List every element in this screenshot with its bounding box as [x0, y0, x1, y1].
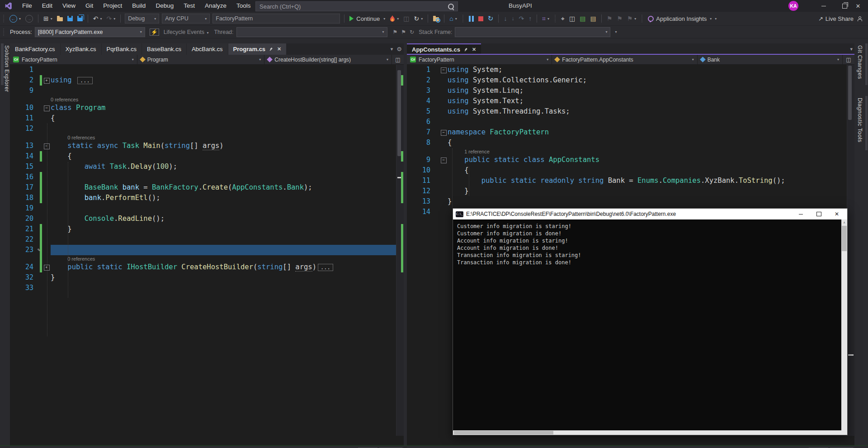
- break-all-button[interactable]: [467, 13, 476, 24]
- code-line[interactable]: 16: [10, 172, 404, 182]
- code-line[interactable]: 11{: [10, 113, 404, 124]
- code-line[interactable]: 32}: [10, 272, 404, 283]
- flag-icon[interactable]: ⚑: [393, 29, 398, 35]
- stop-debugging-button[interactable]: [476, 13, 486, 24]
- code-line[interactable]: 15 await Task.Delay(100);: [10, 162, 404, 172]
- left-code-editor[interactable]: 12+using ...90 references10−class Progra…: [10, 65, 404, 436]
- menu-debug[interactable]: Debug: [151, 0, 179, 12]
- code-text[interactable]: {: [448, 138, 854, 148]
- code-line[interactable]: 18 bank.PerformEtl();: [10, 193, 404, 203]
- code-text[interactable]: using System.Collections.Generic;: [448, 75, 854, 86]
- tab-program-cs-active[interactable]: Program.cs✕: [228, 43, 287, 55]
- code-line[interactable]: 4using System.Text;: [407, 96, 854, 106]
- platform-select[interactable]: Any CPU▾: [162, 14, 210, 24]
- step-out-button[interactable]: ↑: [526, 13, 534, 24]
- code-line[interactable]: 20 Console.ReadLine();: [10, 214, 404, 224]
- window-minimize-button[interactable]: [814, 0, 834, 12]
- restart-application-button[interactable]: ↻▾: [412, 13, 425, 24]
- breadcrumb-factorypattern[interactable]: C#FactoryPattern▾: [10, 55, 137, 64]
- previous-bookmark-button[interactable]: ⚑: [614, 13, 625, 24]
- code-text[interactable]: using System.Linq;: [448, 86, 854, 96]
- code-line[interactable]: 23✎: [10, 245, 404, 255]
- fold-margin[interactable]: −: [42, 103, 51, 113]
- toggle-bookmark-button[interactable]: ⚑: [604, 13, 615, 24]
- navigate-back-button[interactable]: ←▾: [7, 13, 23, 24]
- pin-icon[interactable]: [269, 47, 274, 52]
- code-line[interactable]: 13}: [407, 196, 854, 207]
- code-line[interactable]: 1−using System;: [407, 65, 854, 75]
- fold-margin[interactable]: +: [42, 75, 51, 86]
- code-text[interactable]: public static class AppConstants: [448, 155, 854, 165]
- codelens-text[interactable]: 0 references: [51, 255, 404, 262]
- right-editor-scrollbar[interactable]: [847, 65, 854, 436]
- code-line[interactable]: 19: [10, 203, 404, 214]
- scrollbar-thumb[interactable]: [454, 431, 553, 434]
- left-editor-scrollbar[interactable]: [396, 65, 404, 436]
- console-title-bar[interactable]: C:\_ E:\PRACTICE\DP\ConsoleRestEF\Factor…: [453, 209, 847, 219]
- code-text[interactable]: await Task.Delay(100);: [51, 162, 404, 172]
- open-file-button[interactable]: [55, 13, 65, 24]
- tab-list-dropdown-icon[interactable]: ▾: [391, 46, 393, 52]
- horizontal-scrollbar[interactable]: ◀ ▶: [518, 446, 674, 448]
- code-text[interactable]: using ...: [51, 75, 404, 86]
- code-text[interactable]: [51, 172, 404, 182]
- window-close-button[interactable]: ✕: [848, 0, 868, 12]
- code-line[interactable]: 22: [10, 234, 404, 245]
- close-icon[interactable]: ✕: [277, 46, 281, 52]
- code-line[interactable]: 12 }: [407, 186, 854, 196]
- issues-indicator[interactable]: ✓No issues found: [441, 446, 497, 448]
- breadcrumb-createhostbuilder-string-args-[interactable]: CreateHostBuilder(string[] args)▾: [264, 55, 392, 64]
- tab-bankfactory-cs[interactable]: BankFactory.cs: [10, 43, 60, 55]
- toolbar-grip[interactable]: [641, 15, 643, 22]
- tab-abcbank-cs[interactable]: AbcBank.cs: [187, 43, 228, 55]
- code-text[interactable]: bank.PerformEtl();: [51, 193, 404, 203]
- console-minimize-button[interactable]: [793, 209, 808, 219]
- toolbar-grip[interactable]: [462, 15, 464, 22]
- loop-icon[interactable]: ↻: [410, 29, 414, 35]
- code-text[interactable]: [51, 203, 404, 214]
- toolbar-grip[interactable]: [3, 29, 5, 36]
- code-line[interactable]: 21 }: [10, 224, 404, 234]
- code-text[interactable]: [51, 234, 404, 245]
- menu-edit[interactable]: Edit: [37, 0, 57, 12]
- sidebar-tab-git-changes[interactable]: Git Changes: [857, 45, 863, 79]
- thread-select[interactable]: ▾: [236, 27, 387, 37]
- code-analysis-button[interactable]: ⌗▾: [540, 13, 552, 24]
- fold-margin[interactable]: −: [439, 155, 448, 165]
- codelens-text[interactable]: 1 reference: [448, 148, 854, 155]
- restart-debugging-button[interactable]: ↻: [486, 13, 496, 24]
- breadcrumb-bank[interactable]: Bank▾: [698, 55, 843, 64]
- horizontal-scrollbar[interactable]: ◀ ▶: [121, 446, 277, 448]
- menu-build[interactable]: Build: [127, 0, 151, 12]
- code-line[interactable]: 8{: [407, 138, 854, 148]
- toolbar-grip[interactable]: [3, 15, 5, 22]
- close-icon[interactable]: ✕: [472, 47, 476, 52]
- code-line[interactable]: 6: [407, 117, 854, 127]
- right-dock-grip[interactable]: [865, 96, 868, 150]
- code-line[interactable]: 1: [10, 65, 404, 75]
- menu-file[interactable]: File: [17, 0, 37, 12]
- code-line[interactable]: 9: [10, 86, 404, 96]
- zoom-level-select[interactable]: 100 %▾: [10, 446, 38, 448]
- code-text[interactable]: using System.Text;: [448, 96, 854, 106]
- fold-margin[interactable]: +: [42, 262, 51, 272]
- gear-icon[interactable]: ⚙: [396, 46, 402, 52]
- split-editor-icon[interactable]: ◫: [392, 55, 404, 64]
- menu-git[interactable]: Git: [80, 0, 98, 12]
- step-over-button[interactable]: ↷: [516, 13, 526, 24]
- sidebar-tab-solution-explorer[interactable]: Solution Explorer: [4, 45, 10, 92]
- breadcrumb-factorypattern-appconstants[interactable]: FactoryPattern.AppConstants▾: [552, 55, 697, 64]
- scrollbar-thumb[interactable]: [842, 226, 847, 251]
- code-text[interactable]: namespace FactoryPattern: [448, 127, 854, 138]
- code-line[interactable]: 24+ public static IHostBuilder CreateHos…: [10, 262, 404, 272]
- code-line[interactable]: 11 public static readonly string Bank = …: [407, 176, 854, 186]
- code-text[interactable]: [51, 65, 404, 75]
- new-project-button[interactable]: ⊞▾: [41, 13, 55, 24]
- show-structure-button[interactable]: ▤: [577, 13, 588, 24]
- code-line[interactable]: 10−class Program: [10, 103, 404, 113]
- code-text[interactable]: {: [51, 113, 404, 124]
- split-editor-icon[interactable]: ◫: [843, 55, 854, 64]
- toolbar-grip[interactable]: [554, 15, 556, 22]
- code-line[interactable]: 9− public static class AppConstants: [407, 155, 854, 165]
- console-vertical-scrollbar[interactable]: ∧: [841, 219, 847, 430]
